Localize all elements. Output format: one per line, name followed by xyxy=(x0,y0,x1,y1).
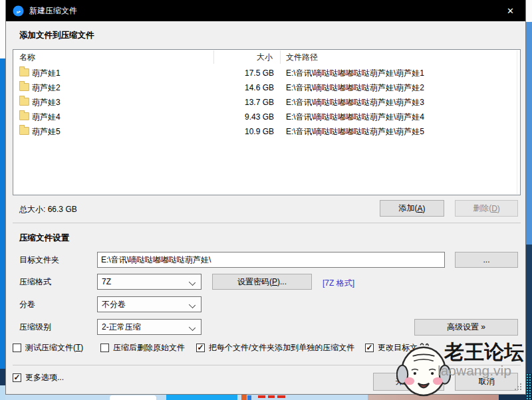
file-size: 13.7 GB xyxy=(245,95,274,110)
folder-icon xyxy=(19,112,29,120)
separator xyxy=(13,223,521,223)
format-dropdown[interactable]: 7Z xyxy=(97,274,201,290)
folder-icon xyxy=(19,83,29,91)
window-title: 新建压缩文件 xyxy=(29,5,77,17)
checkbox-label: 压缩后删除原始文件 xyxy=(113,342,185,353)
chevron-down-icon xyxy=(189,279,196,286)
section-add-files: 添加文件到压缩文件 xyxy=(19,30,94,41)
format-label: 压缩格式 xyxy=(19,274,51,290)
background-window-edge xyxy=(526,22,532,245)
folder-icon xyxy=(19,127,29,135)
file-name: 葫芦娃1 xyxy=(32,66,61,80)
cancel-button[interactable]: 取消 xyxy=(455,373,518,391)
file-size: 9.43 GB xyxy=(245,110,274,124)
column-header-path[interactable]: 文件路径 xyxy=(286,50,318,64)
background-window-edge xyxy=(526,245,532,373)
folder-icon xyxy=(19,98,29,106)
format-value: 7Z xyxy=(102,277,111,286)
level-dropdown[interactable]: 2-正常压缩 xyxy=(97,319,201,335)
file-path: E:\音讯\嘀哒哒嘟嘟哒哒葫芦娃\葫芦娃1 xyxy=(286,66,424,80)
file-list-header: 名称 大小 文件路径 xyxy=(13,50,520,64)
file-row[interactable]: 葫芦娃4 9.43 GB E:\音讯\嘀哒哒嘟嘟哒哒葫芦娃\葫芦娃4 xyxy=(13,110,520,124)
checkbox-box[interactable] xyxy=(13,344,21,352)
background-window-glimpse xyxy=(258,395,265,398)
format-info-link[interactable]: [7Z 格式] xyxy=(323,278,354,289)
background-window-edge xyxy=(0,0,5,58)
file-path: E:\音讯\嘀哒哒嘟嘟哒哒葫芦娃\葫芦娃3 xyxy=(286,95,424,110)
resize-grip[interactable] xyxy=(515,389,516,390)
background-taskbar-dots xyxy=(526,373,532,400)
background-window-glimpse xyxy=(166,395,237,400)
level-value: 2-正常压缩 xyxy=(102,322,141,333)
background-window-edge xyxy=(0,58,5,369)
background-window-glimpse xyxy=(368,395,499,400)
file-row[interactable]: 葫芦娃3 13.7 GB E:\音讯\嘀哒哒嘟嘟哒哒葫芦娃\葫芦娃3 xyxy=(13,95,520,110)
background-window-glimpse xyxy=(241,395,247,400)
titlebar: 新建压缩文件 ✕ xyxy=(6,0,525,21)
checkbox-label: 更多选项... xyxy=(25,372,64,383)
checkbox-label: 把每个文件/文件夹添加到单独的压缩文件 xyxy=(209,342,354,353)
folder-icon xyxy=(19,68,29,76)
file-size: 17.5 GB xyxy=(245,66,274,80)
checkbox-label: 更改目标文 xyxy=(378,342,418,353)
total-size: 总大小: 66.3 GB xyxy=(19,204,77,215)
checkbox-delete-originals[interactable]: 压缩后删除原始文件 xyxy=(100,342,185,353)
total-size-value: 66.3 GB xyxy=(48,205,77,214)
file-name: 葫芦娃3 xyxy=(32,95,61,110)
close-button[interactable]: ✕ xyxy=(495,0,525,21)
start-button[interactable]: 开始(S) xyxy=(373,373,444,391)
browse-button[interactable]: ... xyxy=(455,252,518,268)
checkbox-box[interactable] xyxy=(100,344,109,352)
separator xyxy=(13,365,521,365)
background-window-glimpse xyxy=(499,395,526,400)
background-window-glimpse xyxy=(247,395,251,400)
set-password-button[interactable]: 设置密码(P)... xyxy=(212,274,312,290)
file-row[interactable]: 葫芦娃5 10.9 GB E:\音讯\嘀哒哒嘟嘟哒哒葫芦娃\葫芦娃5 xyxy=(13,124,520,139)
advanced-settings-button[interactable]: 高级设置 » xyxy=(414,319,518,336)
chevron-down-icon xyxy=(189,324,196,331)
file-path: E:\音讯\嘀哒哒嘟嘟哒哒葫芦娃\葫芦娃5 xyxy=(286,124,424,139)
delete-button[interactable]: 删除(D) xyxy=(455,200,518,217)
background-window-glimpse xyxy=(277,395,285,398)
chevron-down-icon xyxy=(189,302,196,308)
column-separator[interactable] xyxy=(280,50,281,64)
target-folder-label: 目标文件夹 xyxy=(19,252,59,268)
target-folder-input[interactable] xyxy=(97,252,445,268)
file-row[interactable]: 葫芦娃2 14.6 GB E:\音讯\嘀哒哒嘟嘟哒哒葫芦娃\葫芦娃2 xyxy=(13,80,520,95)
file-name: 葫芦娃4 xyxy=(32,110,61,124)
section-archive-settings: 压缩文件设置 xyxy=(19,233,69,244)
background-window-edge xyxy=(526,0,532,22)
file-path: E:\音讯\嘀哒哒嘟嘟哒哒葫芦娃\葫芦娃2 xyxy=(286,80,424,95)
bandizip-app-icon xyxy=(13,5,24,17)
checkbox-separate-archives[interactable]: ✓ 把每个文件/文件夹添加到单独的压缩文件 xyxy=(196,342,354,353)
background-window-edge xyxy=(0,369,5,385)
column-header-size[interactable]: 大小 xyxy=(257,50,273,64)
volume-value: 不分卷 xyxy=(102,299,126,310)
new-archive-dialog: 新建压缩文件 ✕ 添加文件到压缩文件 名称 大小 文件路径 葫芦娃1 17.5 … xyxy=(5,0,526,395)
background-window-edge xyxy=(0,385,5,400)
file-size: 14.6 GB xyxy=(245,80,274,95)
file-row[interactable]: 葫芦娃1 17.5 GB E:\音讯\嘀哒哒嘟嘟哒哒葫芦娃\葫芦娃1 xyxy=(13,66,520,80)
checkbox-box[interactable]: ✓ xyxy=(13,373,21,382)
checkbox-label: 测试压缩文件(T) xyxy=(25,342,83,353)
checkbox-change-target[interactable]: ✓ 更改目标文 xyxy=(365,342,418,353)
file-size: 10.9 GB xyxy=(245,124,274,139)
checkbox-more-options[interactable]: ✓ 更多选项... xyxy=(13,372,64,383)
volume-dropdown[interactable]: 不分卷 xyxy=(97,296,201,312)
total-size-label: 总大小: xyxy=(19,205,45,214)
file-name: 葫芦娃5 xyxy=(32,124,61,139)
file-path: E:\音讯\嘀哒哒嘟嘟哒哒葫芦娃\葫芦娃4 xyxy=(286,110,424,124)
add-button[interactable]: 添加(A) xyxy=(380,200,444,217)
file-list: 名称 大小 文件路径 葫芦娃1 17.5 GB E:\音讯\嘀哒哒嘟嘟哒哒葫芦娃… xyxy=(13,49,521,195)
screen: 新建压缩文件 ✕ 添加文件到压缩文件 名称 大小 文件路径 葫芦娃1 17.5 … xyxy=(0,0,532,400)
file-name: 葫芦娃2 xyxy=(32,80,61,95)
background-window-glimpse xyxy=(268,395,275,398)
checkbox-test-archive[interactable]: 测试压缩文件(T) xyxy=(13,342,83,353)
column-header-name[interactable]: 名称 xyxy=(19,50,35,64)
checkbox-box[interactable]: ✓ xyxy=(365,344,374,352)
volume-label: 分卷 xyxy=(19,296,35,312)
background-window-glimpse xyxy=(110,395,156,400)
column-separator[interactable] xyxy=(213,50,214,64)
level-label: 压缩级别 xyxy=(19,319,51,335)
checkbox-box[interactable]: ✓ xyxy=(196,344,205,352)
